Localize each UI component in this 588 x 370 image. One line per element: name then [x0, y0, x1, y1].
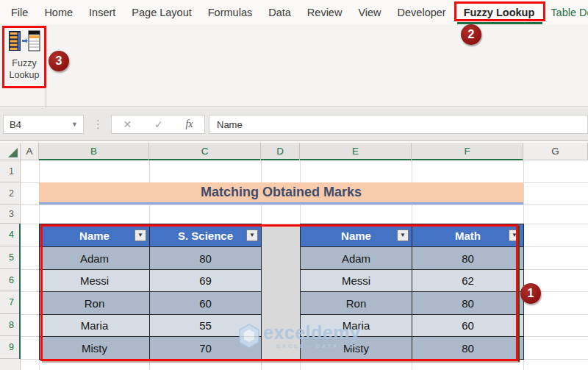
tab-file[interactable]: File — [0, 0, 36, 24]
tab-formulas[interactable]: Formulas — [200, 0, 260, 24]
row-header-6[interactable]: 6 — [0, 269, 20, 291]
select-all-button[interactable] — [0, 143, 21, 160]
formula-bar-handle[interactable]: ⋮ — [93, 115, 104, 134]
column-header-g[interactable]: G — [523, 143, 588, 160]
column-header-d[interactable]: D — [261, 143, 300, 160]
annotation-badge-3: 3 — [49, 51, 69, 71]
row-header-9[interactable]: 9 — [0, 336, 20, 359]
enter-icon[interactable]: ✓ — [154, 118, 163, 130]
row-header-2[interactable]: 2 — [0, 182, 20, 204]
column-header-b[interactable]: B — [39, 143, 149, 160]
row-header-5[interactable]: 5 — [0, 246, 20, 269]
tab-insert[interactable]: Insert — [81, 0, 123, 24]
selection-border-green — [518, 225, 520, 362]
tab-fuzzy-lookup[interactable]: Fuzzy Lookup — [456, 0, 543, 24]
tab-view[interactable]: View — [350, 0, 389, 24]
column-header-strip: A B C D E F G — [0, 143, 588, 160]
row-header-8[interactable]: 8 — [0, 314, 20, 336]
cancel-icon[interactable]: ✕ — [123, 118, 132, 130]
formula-input[interactable]: Name — [209, 115, 588, 134]
name-box[interactable]: B4 ▼ — [3, 115, 84, 134]
name-box-value: B4 — [10, 119, 21, 130]
tab-page-layout[interactable]: Page Layout — [123, 0, 199, 24]
insert-function-icon[interactable]: fx — [185, 118, 193, 130]
row-header-strip: 1 2 3 4 5 6 7 8 9 — [0, 160, 21, 370]
sheet-title-cell[interactable]: Matching Obtained Marks — [39, 182, 523, 204]
column-header-c[interactable]: C — [149, 143, 261, 160]
annotation-red-frame-tables — [40, 224, 518, 361]
tab-home[interactable]: Home — [36, 0, 81, 24]
annotation-red-frame-tab — [454, 1, 546, 21]
annotation-badge-1: 1 — [520, 283, 541, 304]
tab-developer[interactable]: Developer — [390, 0, 454, 24]
formula-bar-buttons: ✕ ✓ fx — [111, 115, 205, 134]
annotation-red-frame-button — [2, 26, 46, 88]
row-header-1[interactable]: 1 — [0, 160, 20, 182]
excel-window: File Home Insert Page Layout Formulas Da… — [0, 0, 588, 370]
select-all-triangle-icon — [8, 148, 18, 157]
column-header-f[interactable]: F — [412, 143, 523, 160]
ribbon-content: Fuzzy Lookup — [0, 24, 588, 107]
column-header-a[interactable]: A — [21, 143, 39, 160]
name-box-dropdown-icon[interactable]: ▼ — [71, 121, 78, 128]
gridline — [21, 204, 588, 205]
column-header-e[interactable]: E — [300, 143, 412, 160]
tab-review[interactable]: Review — [299, 0, 351, 24]
sheet-title: Matching Obtained Marks — [201, 185, 362, 200]
annotation-badge-2: 2 — [461, 24, 481, 45]
row-header-4[interactable]: 4 — [0, 224, 20, 246]
row-header-7[interactable]: 7 — [0, 291, 20, 314]
selected-rows-indicator — [19, 224, 21, 359]
ribbon-tab-bar: File Home Insert Page Layout Formulas Da… — [0, 0, 588, 24]
formula-bar: B4 ▼ ⋮ ✕ ✓ fx Name — [0, 107, 588, 141]
formula-value: Name — [217, 119, 243, 130]
tab-data[interactable]: Data — [260, 0, 299, 24]
row-header-3[interactable]: 3 — [0, 204, 20, 224]
tab-table-design[interactable]: Table Design — [542, 0, 588, 24]
